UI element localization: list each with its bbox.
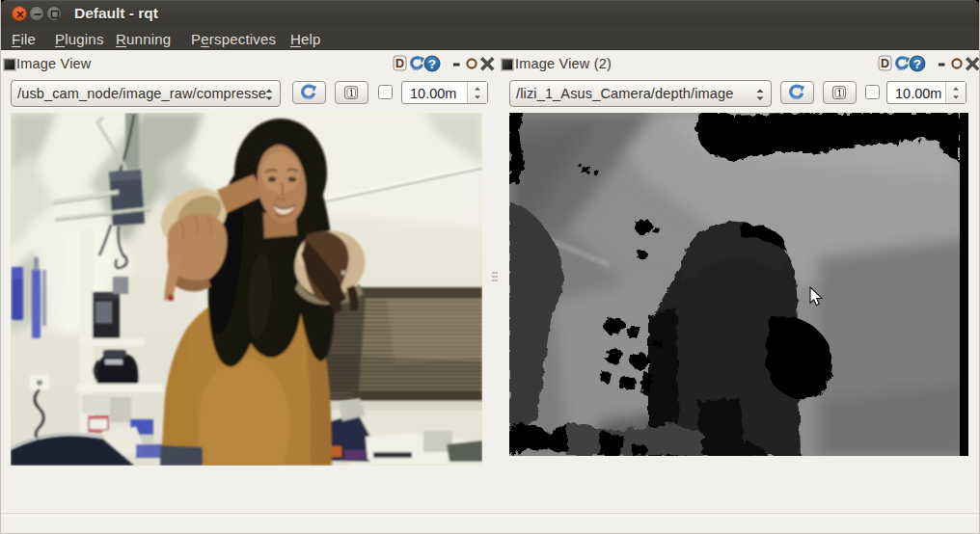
svg-text:D: D bbox=[395, 57, 404, 70]
svg-text:?: ? bbox=[428, 57, 436, 71]
